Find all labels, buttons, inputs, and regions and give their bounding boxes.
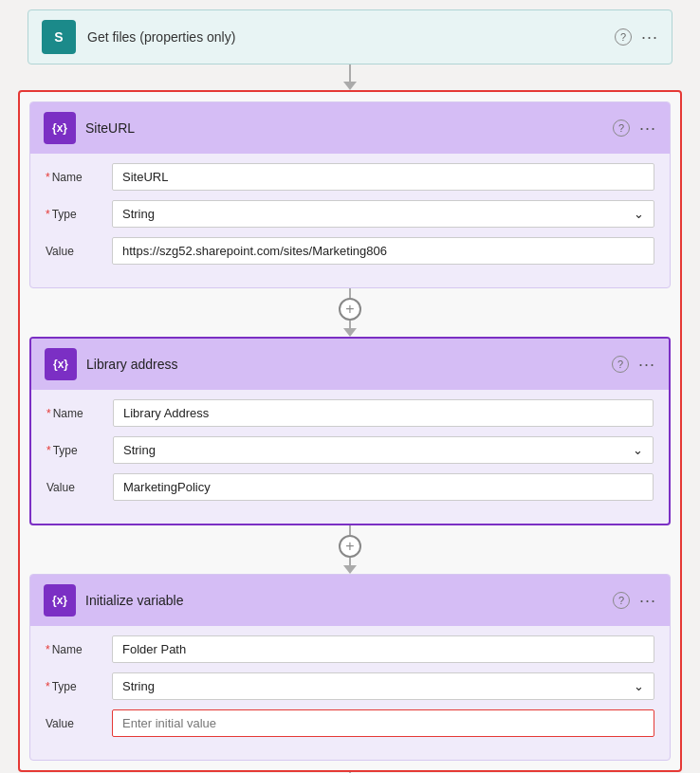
library-address-name-input[interactable] xyxy=(113,399,654,427)
siteurl-name-required: * xyxy=(46,171,50,184)
init-var-value-label: Value xyxy=(46,717,112,730)
siteurl-title: SiteURL xyxy=(85,120,603,136)
initialize-variable-body: *Name *Type String ⌄ xyxy=(30,626,670,760)
get-files-icon: S xyxy=(42,20,76,54)
get-files-actions: ? ··· xyxy=(615,28,658,47)
siteurl-more-icon[interactable]: ··· xyxy=(639,119,656,138)
initialize-variable-help-icon[interactable]: ? xyxy=(613,592,630,609)
siteurl-card: {x} SiteURL ? ··· *Name xyxy=(29,101,671,288)
init-var-type-chevron: ⌄ xyxy=(634,679,644,693)
siteurl-icon: {x} xyxy=(44,112,76,144)
add-step-button-1[interactable]: + xyxy=(339,298,361,321)
library-address-card: {x} Library address ? ··· *Name xyxy=(29,337,671,525)
library-address-type-row: *Type String ⌄ xyxy=(46,436,654,464)
get-files-card: S Get files (properties only) ? ··· xyxy=(28,9,672,64)
library-address-title: Library address xyxy=(86,357,602,372)
library-address-type-required: * xyxy=(46,444,51,457)
siteurl-type-row: *Type String ⌄ xyxy=(46,200,654,228)
library-address-icon: {x} xyxy=(45,348,77,380)
init-var-type-row: *Type String ⌄ xyxy=(46,672,654,700)
library-address-type-chevron: ⌄ xyxy=(633,443,643,457)
connector-line-top-2 xyxy=(349,525,351,535)
siteurl-body: *Name *Type String ⌄ xyxy=(30,154,670,287)
siteurl-name-input[interactable] xyxy=(112,163,654,191)
connector-plus-2: + xyxy=(339,525,361,574)
library-address-header: {x} Library address ? ··· xyxy=(31,339,669,390)
siteurl-type-label: *Type xyxy=(46,208,112,221)
library-address-type-label: *Type xyxy=(46,444,113,457)
get-files-more-icon[interactable]: ··· xyxy=(641,28,658,47)
connector-arrow-2 xyxy=(343,328,357,337)
library-address-type-select[interactable]: String ⌄ xyxy=(113,436,654,464)
siteurl-card-header: {x} SiteURL ? ··· xyxy=(30,102,670,154)
init-var-name-row: *Name xyxy=(46,635,654,663)
siteurl-help-icon[interactable]: ? xyxy=(613,120,630,137)
siteurl-actions: ? ··· xyxy=(613,119,656,138)
library-address-body: *Name *Type String ⌄ xyxy=(31,390,669,524)
library-address-help-icon[interactable]: ? xyxy=(612,356,629,373)
connector-arrow-3 xyxy=(343,565,357,574)
connector-line-bottom-1 xyxy=(349,321,351,328)
siteurl-value-row: Value xyxy=(46,237,654,265)
connector-arrow-1 xyxy=(343,82,357,90)
library-address-name-required: * xyxy=(46,407,51,420)
init-var-value-row: Value xyxy=(46,709,654,737)
library-address-value-label: Value xyxy=(46,481,113,494)
init-var-value-input[interactable] xyxy=(112,709,654,737)
initialize-variable-header: {x} Initialize variable ? ··· xyxy=(30,575,670,626)
siteurl-name-label: *Name xyxy=(46,171,112,184)
get-files-help-icon[interactable]: ? xyxy=(615,28,632,46)
library-address-actions: ? ··· xyxy=(612,355,655,375)
init-var-name-label: *Name xyxy=(46,643,112,656)
init-var-type-label: *Type xyxy=(46,680,112,693)
siteurl-type-required: * xyxy=(46,208,50,221)
library-address-name-label: *Name xyxy=(46,407,113,420)
initialize-variable-more-icon[interactable]: ··· xyxy=(639,591,656,611)
main-container: {x} SiteURL ? ··· *Name xyxy=(18,90,682,772)
init-var-type-select[interactable]: String ⌄ xyxy=(112,672,654,700)
init-var-name-required: * xyxy=(46,643,50,656)
top-connector xyxy=(343,64,357,90)
connector-plus-1: + xyxy=(339,288,361,337)
connector-line-1 xyxy=(349,64,351,82)
library-address-name-row: *Name xyxy=(46,399,654,427)
get-files-title: Get files (properties only) xyxy=(87,29,603,45)
library-address-value-row: Value xyxy=(46,473,654,501)
initialize-variable-card: {x} Initialize variable ? ··· *Name xyxy=(29,574,671,761)
siteurl-type-select[interactable]: String ⌄ xyxy=(112,200,654,228)
library-address-value-input[interactable] xyxy=(113,473,654,501)
add-step-button-2[interactable]: + xyxy=(339,535,361,558)
siteurl-value-input[interactable] xyxy=(112,237,654,265)
siteurl-value-label: Value xyxy=(46,245,112,258)
initialize-variable-actions: ? ··· xyxy=(613,591,656,611)
initialize-variable-icon: {x} xyxy=(44,584,76,617)
siteurl-type-chevron: ⌄ xyxy=(634,207,644,221)
connector-line-bottom-2 xyxy=(349,558,351,565)
init-var-name-input[interactable] xyxy=(112,635,654,663)
library-address-more-icon[interactable]: ··· xyxy=(638,355,655,375)
connector-line-top-1 xyxy=(349,288,351,298)
initialize-variable-title: Initialize variable xyxy=(85,593,603,608)
siteurl-name-row: *Name xyxy=(46,163,654,191)
init-var-type-required: * xyxy=(46,680,50,693)
